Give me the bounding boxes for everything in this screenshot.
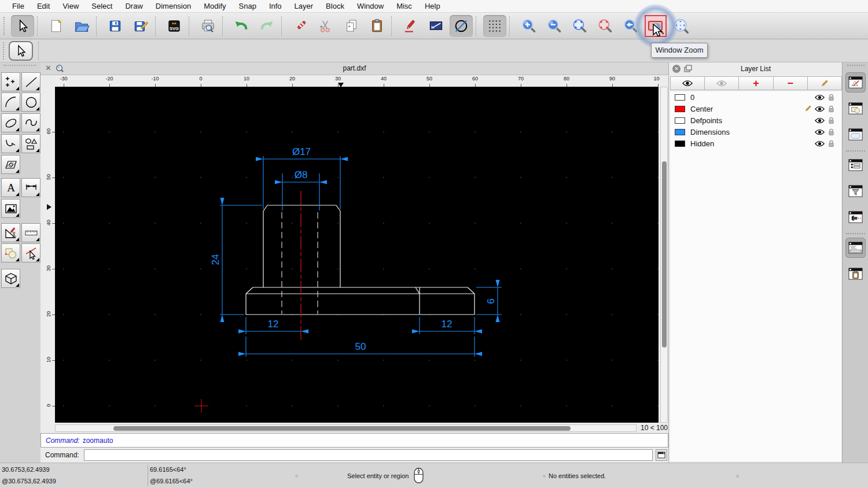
library-browser-dock-button[interactable] (845, 124, 866, 145)
measure-tool-button[interactable] (1, 223, 20, 242)
layer-lock-icon[interactable] (828, 105, 834, 113)
order-tool-button[interactable] (1, 243, 20, 263)
shape-tool-button[interactable] (21, 134, 41, 153)
cut-button[interactable] (314, 15, 337, 37)
layer-color-swatch[interactable] (675, 106, 685, 112)
toolbar-drag-handle[interactable] (3, 17, 8, 35)
arc-tool-button[interactable] (1, 93, 20, 112)
menu-item-edit[interactable]: Edit (31, 2, 56, 10)
delete-button[interactable] (289, 15, 312, 37)
menu-item-select[interactable]: Select (85, 2, 119, 10)
layer-row-dimensions[interactable]: Dimensions (670, 126, 841, 138)
zoom-out-button[interactable] (542, 15, 565, 37)
menu-item-dimension[interactable]: Dimension (149, 2, 197, 10)
layer-color-swatch[interactable] (675, 129, 685, 135)
paste-button[interactable] (365, 15, 388, 37)
menu-item-draw[interactable]: Draw (119, 2, 149, 10)
line-tool-button[interactable] (21, 72, 41, 91)
vertical-scrollbar[interactable] (660, 87, 668, 423)
command-input[interactable] (84, 449, 653, 461)
hidden-hole-lines[interactable] (282, 212, 318, 314)
image-tool-button[interactable] (1, 199, 20, 218)
command-line-dock-button[interactable] (845, 238, 866, 258)
menu-item-window[interactable]: Window (351, 2, 390, 10)
ruler-tool-button[interactable] (21, 223, 41, 242)
block-list-dock-button[interactable] (845, 98, 866, 119)
grid-toggle-button[interactable] (483, 15, 506, 37)
zoom-in-button[interactable] (517, 15, 540, 37)
spline-tool-button[interactable] (21, 113, 41, 132)
window-zoom-button[interactable]: Window Zoom (644, 14, 667, 38)
layer-lock-icon[interactable] (828, 117, 834, 124)
hide-all-layers-button[interactable] (704, 76, 739, 90)
menu-item-view[interactable]: View (56, 2, 85, 10)
menu-item-snap[interactable]: Snap (233, 2, 263, 10)
ellipse-tool-button[interactable] (1, 113, 20, 132)
vertical-scrollbar-thumb[interactable] (662, 161, 667, 347)
horizontal-scrollbar[interactable] (55, 424, 637, 432)
clipboard-dock-button[interactable] (845, 264, 866, 284)
layer-lock-icon[interactable] (828, 140, 834, 147)
add-layer-button[interactable]: + (738, 76, 773, 90)
polyline-tool-button[interactable] (1, 134, 20, 153)
svg-export-button[interactable]: SVG (163, 15, 186, 37)
circle-tool-button[interactable] (21, 93, 41, 112)
menu-item-misc[interactable]: Misc (390, 2, 418, 10)
auto-zoom-button[interactable] (568, 15, 591, 37)
menu-item-modify[interactable]: Modify (197, 2, 232, 10)
layer-color-swatch[interactable] (675, 141, 685, 147)
pan-zoom-button[interactable] (670, 15, 693, 37)
menu-item-block[interactable]: Block (319, 2, 351, 10)
draft-mode-button[interactable] (450, 15, 473, 37)
polyline-edit-button[interactable] (424, 15, 447, 37)
new-document-button[interactable] (45, 15, 68, 37)
layer-visible-icon[interactable] (815, 106, 825, 112)
edit-layer-button[interactable] (807, 76, 842, 90)
layer-color-swatch[interactable] (675, 94, 685, 101)
horizontal-scrollbar-thumb[interactable] (113, 426, 571, 431)
dimension-labels[interactable]: Ø17 Ø8 24 6 12 12 50 (210, 146, 496, 352)
save-as-button[interactable] (129, 15, 152, 37)
layer-lock-icon[interactable] (828, 128, 834, 136)
modify-tool-button[interactable] (21, 243, 41, 263)
zoom-selection-button[interactable] (593, 15, 616, 37)
menu-item-info[interactable]: Info (263, 2, 288, 10)
hatch-tool-button[interactable] (1, 155, 20, 174)
part-geometry[interactable] (246, 205, 475, 315)
palette-drag-handle[interactable] (3, 65, 36, 66)
laser-pointer-dock-button[interactable] (845, 207, 866, 227)
layer-color-swatch[interactable] (675, 117, 685, 124)
copy-button[interactable] (340, 15, 363, 37)
edit-pencil-button[interactable] (399, 15, 422, 37)
dimension-lines[interactable] (220, 156, 502, 357)
open-document-button[interactable] (70, 15, 93, 37)
menu-item-help[interactable]: Help (418, 2, 447, 10)
menu-item-layer[interactable]: Layer (288, 2, 320, 10)
point-tool-button[interactable] (1, 72, 20, 91)
layer-visible-icon[interactable] (815, 117, 825, 124)
layer-visible-icon[interactable] (815, 141, 825, 147)
active-selection-tool-button[interactable] (9, 41, 33, 61)
layer-visible-icon[interactable] (815, 129, 825, 135)
property-editor-dock-button[interactable] (845, 72, 866, 93)
layer-row-center[interactable]: Center (670, 103, 841, 114)
layer-edit-pencil-icon[interactable] (804, 105, 812, 113)
save-document-button[interactable] (104, 15, 127, 37)
solid-tool-button[interactable] (1, 269, 20, 288)
selection-filter-dock-button[interactable] (845, 181, 866, 201)
layer-lock-icon[interactable] (828, 94, 834, 101)
layer-row-defpoints[interactable]: Defpoints (670, 114, 841, 126)
remove-layer-button[interactable]: − (773, 76, 808, 90)
layer-list-dock-button[interactable] (845, 155, 866, 175)
layer-row-hidden[interactable]: Hidden (670, 138, 841, 149)
toolbar-drag-handle[interactable] (3, 42, 4, 60)
undo-button[interactable] (230, 15, 253, 37)
redo-button[interactable] (255, 15, 278, 37)
command-window-toggle-button[interactable] (656, 449, 667, 461)
previous-view-button[interactable] (619, 15, 642, 37)
text-tool-button[interactable]: A (1, 178, 20, 197)
print-preview-button[interactable] (196, 15, 219, 37)
layer-row-0[interactable]: 0 (670, 91, 841, 103)
dock-drag-handle[interactable] (847, 65, 865, 66)
layer-visible-icon[interactable] (815, 94, 825, 101)
